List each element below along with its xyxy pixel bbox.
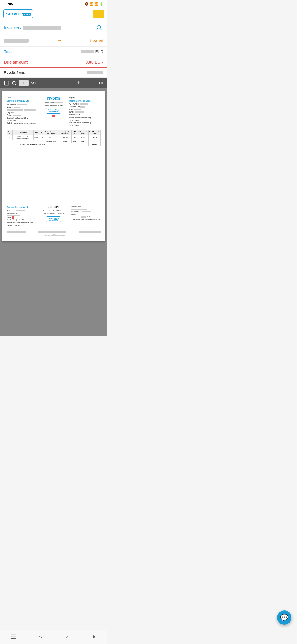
company-breadcrumb bbox=[23, 26, 61, 30]
buyer-bank: Bank: bbox=[69, 108, 101, 111]
due-amount-value: 0.00 EUR bbox=[86, 60, 103, 64]
subtotal-label bbox=[7, 140, 43, 143]
invoice-total-label: Invoice Total (including VAT) -EUR- bbox=[7, 143, 59, 146]
receipt-meta: Document number: CHT-6 Date (dd/mm/yyyy)… bbox=[43, 210, 64, 215]
total-amount-blurred bbox=[81, 50, 94, 53]
svg-point-0 bbox=[97, 26, 101, 29]
col-description: Description bbox=[12, 130, 33, 135]
invoice-id bbox=[4, 39, 29, 43]
receipt-center: RECEIPT Document number: CHT-6 Date (dd/… bbox=[39, 206, 69, 227]
status-badge: issued bbox=[90, 38, 103, 43]
pdf-page-invoice: Seller: Sample Company Ltd VAT number: A… bbox=[2, 91, 105, 241]
svg-line-5 bbox=[15, 84, 16, 85]
svg-point-4 bbox=[12, 81, 15, 84]
pdf-zoom-in-button[interactable]: + bbox=[76, 80, 81, 86]
pdf-search-button[interactable] bbox=[12, 81, 16, 86]
receipt-doc-number: Document number: CHT-6 bbox=[43, 210, 64, 212]
signal-icon: 📶 bbox=[95, 2, 98, 6]
receipt-address: Address: 65 M bbox=[7, 212, 37, 215]
invoice-seller: Seller: Sample Company Ltd VAT number: A… bbox=[7, 97, 38, 127]
seller-email: Email: office@online-billing-service.com bbox=[7, 117, 38, 122]
receipt-phone: Phone bbox=[7, 216, 37, 219]
menu-button[interactable] bbox=[93, 10, 104, 18]
seller-address-blurred-2 bbox=[24, 109, 36, 111]
receipt-buyer-blurred bbox=[71, 208, 101, 211]
online-billing-logo: Online-billing- service.com bbox=[46, 108, 61, 114]
col-value: Value (excl. VAT) -EUR- bbox=[59, 130, 72, 135]
pdf-zoom-out-button[interactable]: − bbox=[54, 80, 59, 86]
results-from-label: Results from: bbox=[4, 70, 25, 75]
pdf-panel-button[interactable] bbox=[4, 80, 9, 86]
invoice-date-label: Invoice-Date (dd/mm/yyyy): bbox=[45, 104, 63, 107]
buyer-name: Demo Services GmbH bbox=[69, 100, 92, 102]
col-vat-pct: VAT % bbox=[72, 130, 77, 135]
invoice-header: Seller: Sample Company Ltd VAT number: A… bbox=[7, 97, 101, 127]
breadcrumb-bar: Invoices / bbox=[0, 20, 107, 35]
pdf-page-input[interactable]: 1 bbox=[19, 80, 29, 86]
col-unit: Unit bbox=[33, 130, 39, 135]
buyer-iban: IBAN: bbox=[69, 111, 101, 113]
breadcrumb-separator: / bbox=[20, 25, 22, 30]
invoice-table: Pos no. Description Unit Qty Unit price … bbox=[7, 130, 101, 146]
receipt-buyer: I received from: VAT number: DE Address:… bbox=[71, 206, 101, 227]
seller-address-blurred-1 bbox=[7, 109, 23, 111]
row-qty: 12.0 bbox=[39, 135, 43, 140]
pdf-footer-created: created by online-billing-service.com bbox=[7, 234, 101, 236]
pdf-footer-right-blurred bbox=[79, 231, 101, 233]
buyer-vat: VAT number: bbox=[69, 103, 101, 105]
search-button[interactable] bbox=[95, 23, 103, 32]
receipt-header: Sample Company Ltd VAT number: Address: … bbox=[7, 206, 101, 227]
receipt-title: RECEIPT bbox=[48, 206, 59, 209]
subtotal-label-text: Subtotal -EUR- bbox=[43, 140, 59, 143]
pdf-footer bbox=[7, 229, 101, 233]
buyer-phone: Phone: +49 8 bbox=[69, 113, 101, 116]
table-row: 1 SUBSCRIPTION - STANDARD PLAN month 12.… bbox=[7, 135, 101, 140]
invoice-total-value: 542.64 bbox=[89, 143, 101, 146]
col-pos: Pos no. bbox=[7, 130, 13, 135]
subtotal-vat-pct: 19.0 bbox=[72, 140, 77, 143]
row-total: 542.64 bbox=[89, 135, 101, 140]
svg-line-1 bbox=[100, 29, 101, 30]
buyer-label: Buyer: bbox=[69, 97, 101, 99]
col-total-amount: Total Amount -EUR- bbox=[89, 130, 101, 135]
arrow-right-icon: → bbox=[31, 38, 87, 43]
receipt-date: Date (dd/mm/yyyy): 27/10/2020 bbox=[43, 212, 64, 215]
invoices-link[interactable]: Invoices bbox=[4, 25, 19, 30]
results-value-blurred bbox=[87, 71, 103, 74]
row-vat-pct: 19.0 bbox=[72, 135, 77, 140]
pdf-page-total: of 1 bbox=[31, 81, 37, 85]
page-spacer-1 bbox=[7, 146, 101, 201]
subtotal-vat-amount: 86.64 bbox=[77, 140, 89, 143]
col-unit-price: Unit price (excl. VAT) -EUR- bbox=[43, 130, 59, 135]
receipt-received-from: I received from: bbox=[71, 206, 101, 208]
menu-line-1 bbox=[95, 13, 101, 13]
status-icons: 🔕 📶 📶 🔋 bbox=[85, 2, 103, 6]
row-unit-price: 38.00 bbox=[43, 135, 59, 140]
logo-text: service bbox=[6, 11, 23, 17]
receipt-for-invoice: for the invoice: SRV-1025 dated 02/09/20… bbox=[71, 218, 101, 221]
svg-rect-2 bbox=[5, 81, 9, 85]
logo-line2: service.com bbox=[48, 111, 59, 112]
total-currency: EUR bbox=[95, 50, 103, 54]
pdf-document: Seller: Sample Company Ltd VAT number: A… bbox=[0, 88, 107, 336]
logo: service.com bbox=[3, 9, 33, 18]
subtotal-value: 456.00 bbox=[59, 140, 72, 143]
seller-phone: Phone: bbox=[7, 114, 38, 117]
row-unit: month bbox=[33, 135, 39, 140]
receipt-seller-name: Sample Company Ltd bbox=[7, 206, 37, 209]
invoice-total-empty bbox=[59, 143, 88, 146]
col-qty: Qty bbox=[39, 130, 43, 135]
seller-website: Website: www.sample-company.com bbox=[7, 122, 38, 125]
status-time: 11:05 bbox=[4, 2, 13, 6]
subtotal-total bbox=[89, 140, 101, 143]
breadcrumb: Invoices / bbox=[4, 25, 95, 30]
seller-name: Sample Company Ltd bbox=[7, 99, 38, 103]
receipt-buyer-vat: VAT number: DE bbox=[71, 211, 101, 213]
menu-line-2 bbox=[95, 15, 101, 15]
receipt-website: Website: www.sample-company.com bbox=[7, 222, 37, 224]
seller-kingdom: Kingdom bbox=[7, 111, 38, 114]
row-vat-amount: 86.64 bbox=[77, 135, 89, 140]
receipt-cashier: Cashier: John Smith bbox=[7, 224, 37, 227]
pdf-next-page-button[interactable]: >> bbox=[98, 81, 103, 86]
total-value: EUR bbox=[81, 50, 103, 54]
